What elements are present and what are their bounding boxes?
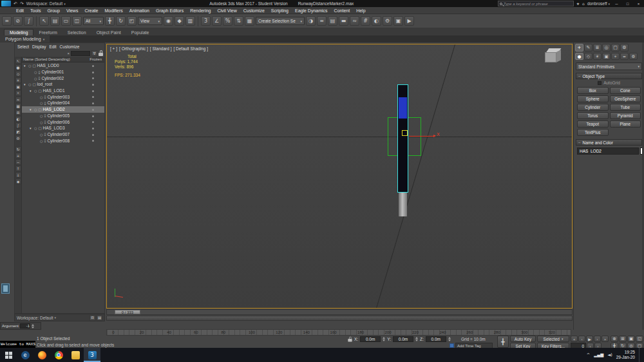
volume-icon[interactable]: ◄) xyxy=(607,352,612,357)
spacewarps-category-icon[interactable]: ≈ xyxy=(620,53,629,60)
hierarchy-tab-icon[interactable]: ≣ xyxy=(593,44,601,52)
zoom-all-icon[interactable]: ⊞ xyxy=(619,336,627,342)
utilities-tab-icon[interactable]: ⚙ xyxy=(620,44,629,52)
angle-snap-icon[interactable]: ∠ xyxy=(212,16,222,26)
mirror-icon[interactable]: ◑ xyxy=(306,16,316,26)
tree-row-cylinder004[interactable]: ▯ Cylinder004 xyxy=(22,100,104,106)
internet-explorer-icon[interactable]: e xyxy=(17,348,33,362)
selection-lock-icon[interactable] xyxy=(348,336,352,341)
explorer-menu-customize[interactable]: Customize xyxy=(59,44,81,49)
frozen-toggle[interactable] xyxy=(92,102,94,104)
tree-row-has-lod1[interactable]: ▢ HAS_LOD1 xyxy=(22,88,104,94)
expand-caret-icon[interactable] xyxy=(24,82,27,86)
torus-button[interactable]: Torus xyxy=(577,112,609,119)
bind-to-space-warp-icon[interactable]: ∫ xyxy=(24,16,33,26)
cameras-category-icon[interactable]: ▣ xyxy=(602,53,611,60)
argument-field[interactable] xyxy=(20,323,30,329)
box-button[interactable]: Box xyxy=(577,87,609,94)
keyword-search[interactable] xyxy=(498,1,574,6)
move-gizmo-x-axis[interactable] xyxy=(409,136,433,137)
frozen-toggle[interactable] xyxy=(92,128,94,129)
sync-selection-icon[interactable]: ↻ xyxy=(15,146,21,152)
select-and-manipulate-icon[interactable]: ◆ xyxy=(175,16,184,26)
frozen-toggle[interactable] xyxy=(92,96,94,98)
lock-cell-edit-icon[interactable]: ◩ xyxy=(15,129,21,135)
pick-child-icon[interactable]: ↓ xyxy=(15,172,21,178)
y-coord-field[interactable] xyxy=(393,336,413,342)
menu-edit[interactable]: Edit xyxy=(13,8,27,13)
start-button[interactable] xyxy=(0,348,17,362)
frozen-column-header[interactable]: Frozen xyxy=(90,57,102,61)
menu-graph-editors[interactable]: Graph Editors xyxy=(153,8,187,13)
redo-icon[interactable]: ↷ xyxy=(20,1,24,6)
runway-marker-object[interactable] xyxy=(397,84,408,193)
view-cube[interactable] xyxy=(544,48,564,66)
display-xrefs-icon[interactable]: ⊞ xyxy=(15,110,21,115)
pick-parent-icon[interactable]: ↑ xyxy=(15,166,21,171)
select-and-link-icon[interactable]: ∞ xyxy=(2,16,12,26)
filter-icon[interactable]: ∇ xyxy=(91,50,97,56)
tree-row-cylinder003[interactable]: ▯ Cylinder003 xyxy=(22,93,104,100)
frozen-toggle[interactable] xyxy=(92,109,94,111)
marker-base-cylinder[interactable] xyxy=(399,193,407,216)
expand-caret-icon[interactable] xyxy=(30,76,33,81)
menu-help[interactable]: Help xyxy=(353,8,368,13)
tree-row-cylinder006[interactable]: ▯ Cylinder006 xyxy=(22,119,104,125)
expand-caret-icon[interactable] xyxy=(35,120,39,124)
systems-category-icon[interactable]: ⚙ xyxy=(629,53,638,60)
autogrid-checkbox[interactable] xyxy=(598,81,601,85)
object-name-field[interactable] xyxy=(577,148,639,155)
select-object-icon[interactable]: ↖ xyxy=(39,16,49,26)
tab-freeform[interactable]: Freeform xyxy=(33,30,62,35)
home-icon[interactable]: ⌂ xyxy=(582,1,585,6)
sphere-button[interactable]: Sphere xyxy=(577,95,609,102)
tree-row-has-lod2[interactable]: ▢ HAS_LOD2 xyxy=(22,106,104,113)
go-to-start-button[interactable]: « xyxy=(571,336,578,342)
workspace-selector[interactable]: Workspace: Default ⊟▤ xyxy=(14,314,105,321)
display-bones-icon[interactable]: ∫ xyxy=(15,122,21,128)
x-coord-field[interactable] xyxy=(360,336,381,342)
chrome-icon[interactable] xyxy=(50,348,67,362)
display-groups-icon[interactable]: ▦ xyxy=(15,103,21,109)
hide-toggle-icon[interactable] xyxy=(34,76,37,81)
material-editor-icon[interactable]: ◐ xyxy=(372,16,381,26)
tree-row-lod-root[interactable]: ▢ lod_root xyxy=(22,81,104,88)
curve-editor-icon[interactable]: ≈ xyxy=(350,16,359,26)
window-crossing-icon[interactable]: ◫ xyxy=(72,16,82,26)
layer-explorer-icon[interactable]: ▤ xyxy=(328,16,337,26)
plane-button[interactable]: Plane xyxy=(610,120,641,128)
keyboard-override-icon[interactable]: ▥ xyxy=(185,16,195,26)
display-spacewarps-icon[interactable]: ≈ xyxy=(15,97,21,102)
explorer-menu-edit[interactable]: Edit xyxy=(48,44,57,49)
max-taskbar-icon[interactable]: 3 xyxy=(84,348,100,362)
time-slider-handle[interactable]: 0 / 333 xyxy=(115,310,140,314)
hide-toggle-icon[interactable] xyxy=(40,120,43,124)
z-coord-spinner[interactable] xyxy=(448,337,451,341)
frozen-toggle[interactable] xyxy=(92,84,94,86)
tree-row-cylinder002[interactable]: ▯ Cylinder002 xyxy=(22,75,104,81)
reference-coordinate-dropdown[interactable]: View xyxy=(138,17,162,25)
viewport[interactable]: [ + ][ Orthographic ][ Standard ][ Defau… xyxy=(106,44,573,309)
tree-row-cylinder005[interactable]: ▯ Cylinder005 xyxy=(22,113,104,119)
lights-category-icon[interactable]: ☀ xyxy=(593,53,601,60)
selection-filter-dropdown[interactable]: All xyxy=(83,17,104,25)
teapot-button[interactable]: Teapot xyxy=(577,120,609,128)
viewport-layout-tab[interactable] xyxy=(1,283,10,294)
move-gizmo-plane-handle[interactable] xyxy=(402,130,408,136)
tree-row-cylinder001[interactable]: ▯ Cylinder001 xyxy=(22,69,104,75)
expand-caret-icon[interactable] xyxy=(30,126,33,130)
lock-icon[interactable] xyxy=(99,50,103,56)
primitive-type-dropdown[interactable]: Standard Primitives xyxy=(576,62,642,70)
pin-explorer-icon[interactable]: ◆ xyxy=(15,178,21,184)
tree-row-has-lod3[interactable]: ▢ HAS_LOD3 xyxy=(22,125,104,131)
align-icon[interactable]: ≡ xyxy=(317,16,327,26)
frozen-toggle[interactable] xyxy=(92,115,94,117)
motion-tab-icon[interactable]: ◎ xyxy=(602,44,611,52)
viewport-menu-pov[interactable]: [ Orthographic ] xyxy=(119,46,148,51)
cylinder-button[interactable]: Cylinder xyxy=(577,104,609,111)
menu-modifiers[interactable]: Modifiers xyxy=(101,8,126,13)
explorer-minimize-icon[interactable]: ⊟ xyxy=(90,315,95,321)
frozen-toggle[interactable] xyxy=(92,140,94,142)
auto-key-button[interactable]: Auto Key xyxy=(510,336,536,342)
tray-expand-icon[interactable]: ^ xyxy=(587,352,590,357)
